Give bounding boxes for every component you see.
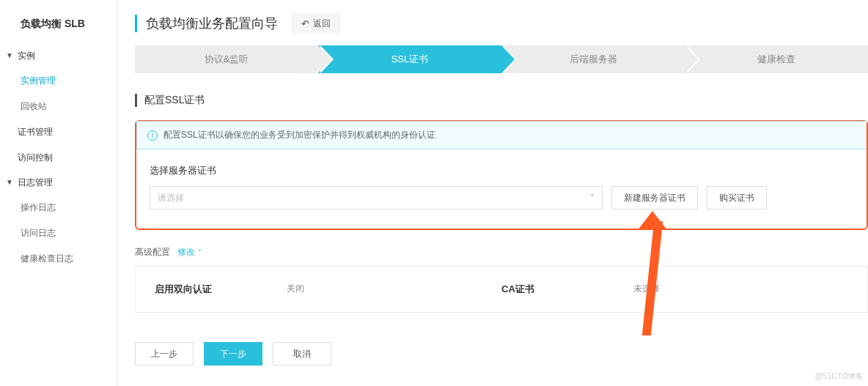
chevron-down-icon: ˅ — [590, 193, 595, 203]
advanced-label: 高级配置 — [135, 246, 170, 259]
kv-val: 未选择 — [633, 283, 660, 296]
cert-field-label: 选择服务器证书 — [150, 164, 853, 177]
info-banner-text: 配置SSL证书以确保您的业务受到加密保护并得到权威机构的身份认证 — [163, 129, 435, 141]
step-ssl-cert[interactable]: SSL证书 — [318, 45, 501, 73]
section-accent-bar — [135, 94, 137, 107]
buy-cert-button[interactable]: 购买证书 — [707, 186, 767, 209]
advanced-link-text: 修改 — [177, 246, 195, 259]
sidebar-item-access-log[interactable]: 访问日志 — [0, 220, 117, 246]
advanced-modify-link[interactable]: 修改 ˅ — [177, 246, 202, 259]
undo-icon: ↶ — [301, 18, 309, 29]
ssl-section: 配置SSL证书 i 配置SSL证书以确保您的业务受到加密保护并得到权威机构的身份… — [135, 94, 868, 365]
cert-field-row: 请选择 ˅ 新建服务器证书 购买证书 — [150, 186, 853, 209]
info-icon: i — [147, 130, 158, 141]
back-button-label: 返回 — [313, 18, 331, 30]
sidebar-item-access-control[interactable]: 访问控制 — [0, 145, 117, 171]
kv-val: 关闭 — [287, 283, 304, 296]
page-title: 负载均衡业务配置向导 — [146, 15, 278, 32]
sidebar-item-cert-mgmt[interactable]: 证书管理 — [0, 119, 117, 145]
sidebar-item-instance-mgmt[interactable]: 实例管理 — [0, 68, 117, 94]
step-bar: 协议&监听 SSL证书 后端服务器 健康检查 — [135, 45, 868, 73]
cert-select-placeholder: 请选择 — [158, 192, 184, 204]
page-header: 负载均衡业务配置向导 ↶ 返回 — [117, 0, 868, 45]
caret-down-icon: ▼ — [6, 178, 15, 186]
kv-key: 启用双向认证 — [155, 283, 287, 296]
nav-group-instance: ▼ 实例 实例管理 回收站 — [0, 44, 117, 119]
sidebar: 负载均衡 SLB ▼ 实例 实例管理 回收站 证书管理 访问控制 ▼ 日志管理 … — [0, 0, 117, 386]
kv-key: CA证书 — [501, 283, 633, 296]
sidebar-item-op-log[interactable]: 操作日志 — [0, 195, 117, 220]
advanced-summary-box: 启用双向认证 关闭 CA证书 未选择 — [135, 266, 868, 313]
main: 负载均衡业务配置向导 ↶ 返回 协议&监听 SSL证书 后端服务器 健康检查 配… — [117, 0, 868, 386]
section-header: 配置SSL证书 — [135, 94, 868, 107]
advanced-row: 高级配置 修改 ˅ — [135, 246, 868, 259]
nav-group-header-instance[interactable]: ▼ 实例 — [0, 44, 117, 68]
header-accent-bar — [135, 15, 137, 32]
nav-group-label: 日志管理 — [18, 177, 53, 189]
back-button[interactable]: ↶ 返回 — [291, 13, 341, 34]
watermark: @51CTO博客 — [815, 371, 864, 382]
kv-mutual-auth: 启用双向认证 关闭 — [155, 283, 501, 296]
section-title: 配置SSL证书 — [144, 94, 205, 107]
cert-select[interactable]: 请选择 ˅ — [150, 186, 603, 209]
sidebar-item-health-log[interactable]: 健康检查日志 — [0, 246, 117, 272]
prev-button[interactable]: 上一步 — [135, 342, 194, 365]
caret-down-icon: ▼ — [6, 51, 15, 59]
step-backend[interactable]: 后端服务器 — [501, 45, 685, 73]
wizard-footer: 上一步 下一步 取消 — [135, 342, 868, 365]
highlight-annotation-box: i 配置SSL证书以确保您的业务受到加密保护并得到权威机构的身份认证 选择服务器… — [135, 120, 868, 230]
step-health[interactable]: 健康检查 — [685, 45, 868, 73]
kv-ca-cert: CA证书 未选择 — [501, 283, 848, 296]
info-banner: i 配置SSL证书以确保您的业务受到加密保护并得到权威机构的身份认证 — [136, 121, 867, 149]
sidebar-item-recycle[interactable]: 回收站 — [0, 94, 117, 119]
step-protocol[interactable]: 协议&监听 — [135, 45, 318, 73]
cancel-button[interactable]: 取消 — [273, 342, 331, 365]
sidebar-title: 负载均衡 SLB — [0, 7, 117, 44]
nav-group-label: 实例 — [18, 50, 35, 62]
nav-group-header-logs[interactable]: ▼ 日志管理 — [0, 171, 117, 195]
content: 协议&监听 SSL证书 后端服务器 健康检查 配置SSL证书 i 配置SSL证书… — [117, 45, 868, 365]
new-cert-button[interactable]: 新建服务器证书 — [611, 186, 698, 209]
chevron-down-icon: ˅ — [198, 248, 202, 256]
nav-group-logs: ▼ 日志管理 操作日志 访问日志 健康检查日志 — [0, 171, 117, 272]
next-button[interactable]: 下一步 — [204, 342, 262, 365]
